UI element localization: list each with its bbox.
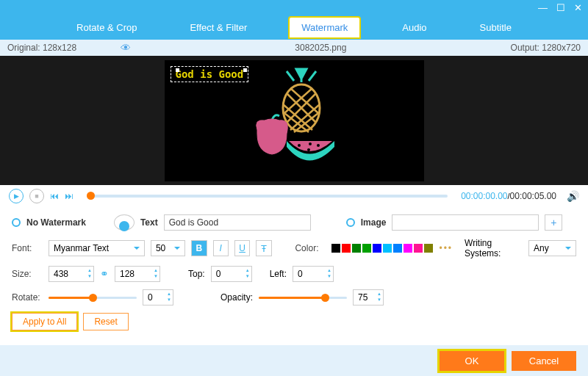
- rotate-label: Rotate:: [12, 292, 43, 303]
- font-label: Font:: [12, 243, 43, 253]
- opacity-slider[interactable]: [259, 297, 347, 299]
- color-swatch[interactable]: [373, 244, 381, 253]
- cancel-button[interactable]: Cancel: [512, 351, 576, 371]
- apple-icon: [257, 115, 288, 153]
- underline-button[interactable]: U: [234, 240, 250, 256]
- info-bar: Original: 128x128 👁 3082025.png Output: …: [0, 40, 588, 56]
- tab-rotate-crop[interactable]: Rotate & Crop: [65, 18, 148, 37]
- bold-button[interactable]: B: [191, 240, 207, 256]
- writing-systems-label: Writing Systems:: [465, 238, 523, 258]
- maximize-button[interactable]: ☐: [556, 2, 565, 13]
- svg-point-1: [298, 144, 301, 147]
- color-swatch[interactable]: [414, 244, 423, 253]
- footer: OK Cancel: [0, 345, 588, 376]
- font-select[interactable]: Myanmar Text: [49, 240, 145, 256]
- radio-image[interactable]: [346, 218, 355, 227]
- next-frame-button[interactable]: ⏭: [65, 191, 74, 201]
- radio-text[interactable]: [114, 214, 135, 231]
- play-button[interactable]: ▶: [9, 189, 24, 203]
- opacity-stepper[interactable]: 75▲▼: [353, 289, 384, 306]
- minimize-button[interactable]: —: [538, 2, 548, 13]
- more-colors-button[interactable]: •••: [439, 243, 453, 253]
- tab-effect-filter[interactable]: Effect & Filter: [178, 18, 259, 37]
- tab-audio[interactable]: Audio: [390, 18, 438, 37]
- image-path-input[interactable]: [392, 214, 539, 231]
- ok-button[interactable]: OK: [440, 351, 504, 371]
- top-label: Top:: [188, 269, 205, 279]
- link-dimensions-icon[interactable]: ⚭: [100, 268, 109, 280]
- tab-watermark[interactable]: Watermark: [288, 16, 361, 39]
- titlebar: — ☐ ✕: [0, 0, 588, 15]
- prev-frame-button[interactable]: ⏮: [50, 191, 59, 201]
- color-swatch[interactable]: [352, 244, 361, 253]
- opacity-label: Opacity:: [220, 292, 253, 303]
- preview-toggle-icon[interactable]: 👁: [121, 42, 131, 54]
- width-stepper[interactable]: 438▲▼: [49, 266, 94, 282]
- output-dimensions: Output: 1280x720: [511, 43, 581, 53]
- preview-canvas[interactable]: God is Good: [165, 60, 424, 181]
- no-watermark-label: No Watermark: [26, 217, 86, 228]
- close-button[interactable]: ✕: [574, 2, 582, 13]
- color-swatch[interactable]: [383, 244, 392, 253]
- left-stepper[interactable]: 0▲▼: [293, 266, 334, 282]
- color-label: Color:: [295, 243, 326, 253]
- preview-image: [239, 68, 349, 174]
- svg-point-3: [317, 144, 320, 147]
- italic-button[interactable]: I: [213, 240, 229, 256]
- color-swatch[interactable]: [404, 244, 412, 253]
- color-swatch[interactable]: [393, 244, 402, 253]
- text-label: Text: [140, 217, 158, 228]
- top-stepper[interactable]: 0▲▼: [211, 266, 252, 282]
- left-label: Left:: [270, 269, 287, 279]
- apply-to-all-button[interactable]: Apply to All: [12, 313, 77, 330]
- tabs: Rotate & Crop Effect & Filter Watermark …: [0, 15, 588, 40]
- fontsize-select[interactable]: 50: [151, 240, 185, 256]
- writing-systems-select[interactable]: Any: [528, 240, 576, 256]
- color-swatch[interactable]: [362, 244, 371, 253]
- pineapple-icon: [283, 69, 320, 132]
- color-swatch[interactable]: [342, 244, 351, 253]
- volume-icon[interactable]: 🔊: [567, 190, 579, 202]
- svg-point-2: [307, 148, 310, 151]
- reset-button[interactable]: Reset: [83, 313, 128, 330]
- strikethrough-button[interactable]: Ŧ: [256, 240, 271, 256]
- add-image-button[interactable]: +: [545, 214, 562, 231]
- filename: 3082025.png: [131, 43, 511, 53]
- radio-no-watermark[interactable]: [12, 218, 21, 227]
- color-swatch[interactable]: [331, 244, 340, 253]
- size-label: Size:: [12, 269, 43, 279]
- original-dimensions: Original: 128x128: [7, 43, 76, 53]
- transport-bar: ▶ ■ ⏮ ⏭ 00:00:00.00/00:00:05.00 🔊: [0, 185, 588, 207]
- image-label: Image: [361, 217, 387, 228]
- time-display: 00:00:00.00/00:00:05.00: [461, 191, 556, 201]
- tab-subtitle[interactable]: Subtitle: [468, 18, 523, 37]
- seek-slider[interactable]: [87, 195, 448, 198]
- watermelon-icon: [287, 141, 334, 161]
- preview-area: God is Good: [0, 56, 588, 185]
- stop-button[interactable]: ■: [29, 189, 44, 203]
- watermark-text-overlay[interactable]: God is Good: [171, 66, 249, 82]
- rotate-slider[interactable]: [49, 297, 137, 299]
- color-swatches: [331, 244, 433, 253]
- color-swatch[interactable]: [424, 244, 433, 253]
- options-panel: No Watermark Text Image + Font: Myanmar …: [0, 207, 588, 341]
- height-stepper[interactable]: 128▲▼: [115, 266, 160, 282]
- rotate-stepper[interactable]: 0▲▼: [143, 289, 173, 306]
- text-input[interactable]: [164, 214, 311, 231]
- svg-point-4: [309, 142, 312, 145]
